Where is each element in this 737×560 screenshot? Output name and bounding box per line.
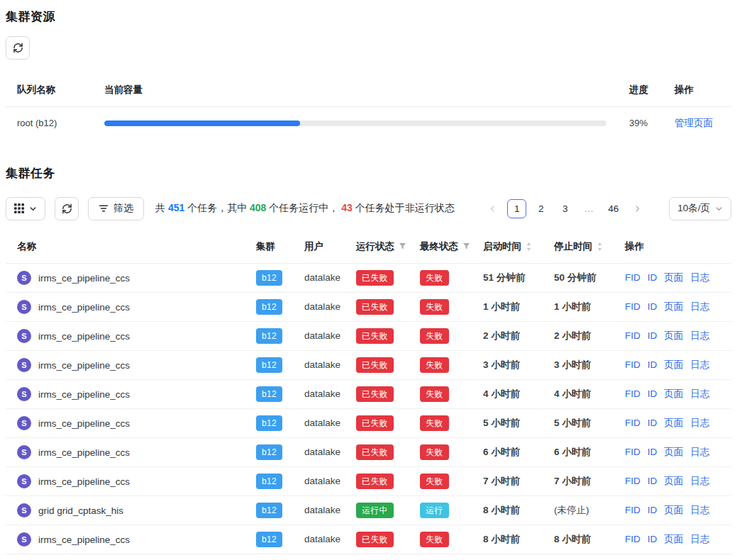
task-row: Sirms_ce_pipeline_ccsb12datalake已失败失败4 小… xyxy=(6,379,731,408)
task-user: datalake xyxy=(293,495,345,525)
action-page-link[interactable]: 页面 xyxy=(664,534,683,544)
action-fid-link[interactable]: FID xyxy=(625,330,641,341)
tasks-table: 名称 集群 用户 运行状态 最终状态 启动时间 停止时间 操作 Sirms_ce… xyxy=(6,230,731,554)
page: 集群资源 队列名称 当前容量 进度 操作 root (b12) xyxy=(0,0,737,560)
action-log-link[interactable]: 日志 xyxy=(690,388,709,399)
queue-name: root (b12) xyxy=(6,107,93,140)
task-type-avatar: S xyxy=(17,300,31,314)
action-id-link[interactable]: ID xyxy=(648,388,658,399)
pagination-ellipsis: … xyxy=(580,199,599,218)
action-id-link[interactable]: ID xyxy=(648,418,658,428)
resources-header-row: 队列名称 当前容量 进度 操作 xyxy=(6,74,731,107)
action-id-link[interactable]: ID xyxy=(648,476,658,486)
final-status-badge: 失败 xyxy=(420,415,449,431)
page-3-button[interactable]: 3 xyxy=(555,199,575,218)
manage-page-link[interactable]: 管理页面 xyxy=(675,118,713,128)
cluster-badge: b12 xyxy=(256,270,282,286)
filter-funnel-icon[interactable] xyxy=(399,242,406,250)
page-46-button[interactable]: 46 xyxy=(604,199,623,218)
action-log-link[interactable]: 日志 xyxy=(690,505,709,515)
total-task-count: 451 xyxy=(168,202,184,213)
final-status-badge: 失败 xyxy=(420,386,449,402)
action-fid-link[interactable]: FID xyxy=(625,476,641,486)
filter-button-label: 筛选 xyxy=(113,202,133,215)
resources-refresh-button[interactable] xyxy=(6,36,30,60)
action-id-link[interactable]: ID xyxy=(648,330,658,341)
tasks-refresh-button[interactable] xyxy=(55,197,79,220)
action-id-link[interactable]: ID xyxy=(648,505,658,515)
action-page-link[interactable]: 页面 xyxy=(664,447,683,457)
task-actions: FIDID页面日志 xyxy=(614,495,731,525)
resources-table: 队列名称 当前容量 进度 操作 root (b12) 39% 管理页面 xyxy=(6,74,731,140)
action-id-link[interactable]: ID xyxy=(648,272,658,283)
col-task-actions: 操作 xyxy=(614,230,731,264)
final-status-badge: 失败 xyxy=(420,299,449,315)
final-status-badge: 失败 xyxy=(420,532,449,547)
pagination-top: 123…4610条/页 xyxy=(483,197,731,220)
page-size-value: 10条/页 xyxy=(677,202,710,215)
action-id-link[interactable]: ID xyxy=(648,534,658,544)
start-time: 8 小时前 xyxy=(472,495,543,525)
task-type-avatar: S xyxy=(17,503,31,517)
run-status-badge: 已失败 xyxy=(356,474,394,489)
action-log-link[interactable]: 日志 xyxy=(690,330,709,341)
action-page-link[interactable]: 页面 xyxy=(664,476,683,486)
tasks-summary: 共 451 个任务，其中 408 个任务运行中， 43 个任务处于非运行状态 xyxy=(155,202,455,215)
action-page-link[interactable]: 页面 xyxy=(664,388,683,399)
action-page-link[interactable]: 页面 xyxy=(664,330,683,341)
action-page-link[interactable]: 页面 xyxy=(664,418,683,428)
cluster-badge: b12 xyxy=(256,357,282,373)
task-user: datalake xyxy=(293,437,345,466)
filter-button[interactable]: 筛选 xyxy=(88,197,144,220)
layout-grid-button[interactable] xyxy=(6,197,45,220)
page-2-button[interactable]: 2 xyxy=(531,199,550,218)
action-fid-link[interactable]: FID xyxy=(625,388,641,399)
task-actions: FIDID页面日志 xyxy=(614,263,731,292)
page-size-select[interactable]: 10条/页 xyxy=(669,197,731,220)
action-fid-link[interactable]: FID xyxy=(625,272,641,283)
task-user: datalake xyxy=(293,350,345,379)
action-fid-link[interactable]: FID xyxy=(625,447,641,457)
col-stop-time[interactable]: 停止时间 xyxy=(543,230,614,264)
action-fid-link[interactable]: FID xyxy=(625,359,641,370)
col-start-time[interactable]: 启动时间 xyxy=(472,230,543,264)
action-page-link[interactable]: 页面 xyxy=(664,301,683,312)
task-actions: FIDID页面日志 xyxy=(614,408,731,437)
action-id-link[interactable]: ID xyxy=(648,447,658,457)
action-page-link[interactable]: 页面 xyxy=(664,272,683,283)
action-fid-link[interactable]: FID xyxy=(625,301,641,312)
action-log-link[interactable]: 日志 xyxy=(690,301,709,312)
action-log-link[interactable]: 日志 xyxy=(690,272,709,283)
task-row: Sirms_ce_pipeline_ccsb12datalake已失败失败51 … xyxy=(6,263,731,292)
task-user: datalake xyxy=(293,408,345,437)
final-status-badge: 失败 xyxy=(420,357,449,373)
action-log-link[interactable]: 日志 xyxy=(690,534,709,544)
action-log-link[interactable]: 日志 xyxy=(690,476,709,486)
task-user: datalake xyxy=(293,525,345,554)
start-time: 51 分钟前 xyxy=(472,263,543,292)
prev-page-button[interactable] xyxy=(483,199,502,218)
run-status-badge: 已失败 xyxy=(356,532,394,547)
action-fid-link[interactable]: FID xyxy=(625,534,641,544)
filter-funnel-icon[interactable] xyxy=(462,242,470,250)
capacity-progress-fill xyxy=(104,121,300,126)
action-page-link[interactable]: 页面 xyxy=(664,359,683,370)
chevron-down-icon xyxy=(29,205,37,213)
action-id-link[interactable]: ID xyxy=(648,359,658,370)
progress-percent: 39% xyxy=(618,107,663,140)
run-status-badge: 已失败 xyxy=(356,357,394,373)
next-page-button[interactable] xyxy=(628,199,647,218)
grid-icon xyxy=(14,203,24,213)
action-log-link[interactable]: 日志 xyxy=(690,418,709,428)
action-page-link[interactable]: 页面 xyxy=(664,505,683,515)
task-row: Sirms_ce_pipeline_ccsb12datalake已失败失败7 小… xyxy=(6,466,731,495)
action-log-link[interactable]: 日志 xyxy=(690,447,709,457)
action-log-link[interactable]: 日志 xyxy=(690,359,709,370)
final-status-badge: 失败 xyxy=(420,328,449,344)
chevron-left-icon xyxy=(489,205,497,213)
action-fid-link[interactable]: FID xyxy=(625,505,641,515)
page-1-button[interactable]: 1 xyxy=(507,199,526,218)
run-status-badge: 已失败 xyxy=(356,415,394,431)
action-id-link[interactable]: ID xyxy=(648,301,658,312)
action-fid-link[interactable]: FID xyxy=(625,418,641,428)
